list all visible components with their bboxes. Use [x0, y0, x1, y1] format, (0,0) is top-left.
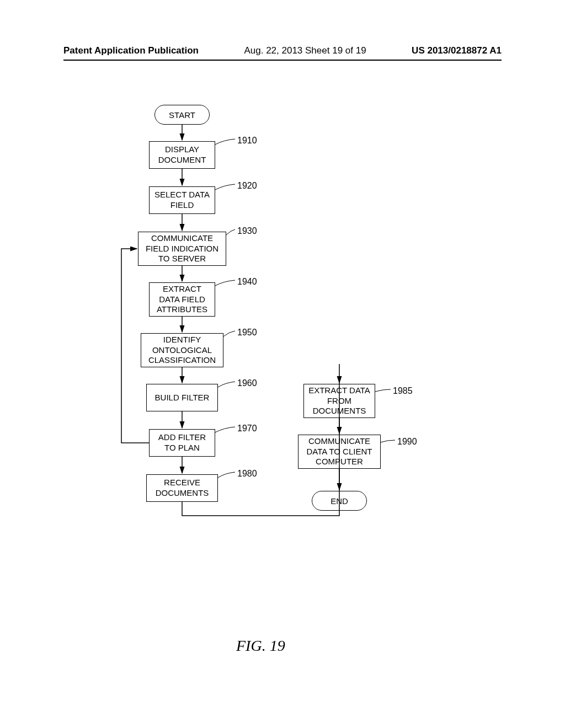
step-receive-documents: RECEIVE DOCUMENTS	[146, 474, 218, 502]
step-select-data-field: SELECT DATA FIELD	[149, 186, 215, 214]
ref-1960: 1960	[237, 378, 257, 388]
figure-label: FIG. 19	[236, 637, 285, 655]
page-header: Patent Application Publication Aug. 22, …	[63, 45, 502, 61]
page: Patent Application Publication Aug. 22, …	[0, 0, 565, 728]
flowchart: START DISPLAY DOCUMENT 1910 SELECT DATA …	[99, 105, 452, 629]
ref-1940: 1940	[237, 277, 257, 287]
step-communicate-field-indication: COMMUNICATE FIELD INDICATION TO SERVER	[138, 232, 226, 266]
header-pubnum: US 2013/0218872 A1	[412, 45, 502, 56]
step-identify-ontological-classification: IDENTIFY ONTOLOGICAL CLASSIFICATION	[141, 333, 223, 367]
ref-1950: 1950	[237, 328, 257, 338]
ref-1990: 1990	[397, 437, 417, 447]
start-terminator: START	[154, 105, 210, 125]
step-extract-data-field-attributes: EXTRACT DATA FIELD ATTRIBUTES	[149, 282, 215, 317]
step-build-filter: BUILD FILTER	[146, 384, 218, 411]
ref-1985: 1985	[393, 386, 413, 396]
step-communicate-data-to-client: COMMUNICATE DATA TO CLIENT COMPUTER	[298, 435, 381, 469]
ref-1910: 1910	[237, 136, 257, 146]
ref-1930: 1930	[237, 226, 257, 236]
step-extract-data-from-documents: EXTRACT DATA FROM DOCUMENTS	[303, 384, 375, 418]
step-add-filter-to-plan: ADD FILTER TO PLAN	[149, 429, 215, 457]
header-publication: Patent Application Publication	[63, 45, 199, 56]
header-date-sheet: Aug. 22, 2013 Sheet 19 of 19	[244, 45, 366, 56]
ref-1920: 1920	[237, 181, 257, 191]
ref-1980: 1980	[237, 469, 257, 479]
end-terminator: END	[312, 491, 367, 511]
step-display-document: DISPLAY DOCUMENT	[149, 141, 215, 169]
ref-1970: 1970	[237, 424, 257, 433]
